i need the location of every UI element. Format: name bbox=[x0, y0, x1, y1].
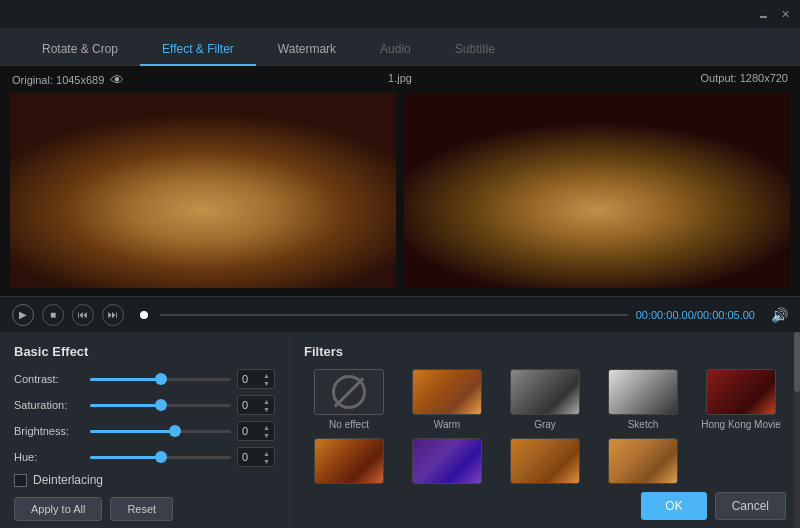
filter-no-effect-label: No effect bbox=[329, 419, 369, 430]
deinterlace-checkbox[interactable] bbox=[14, 474, 27, 487]
filter-row2a[interactable] bbox=[304, 438, 394, 488]
prev-button[interactable]: ⏮ bbox=[72, 304, 94, 326]
tab-bar: Rotate & Crop Effect & Filter Watermark … bbox=[0, 28, 800, 66]
deinterlace-label: Deinterlacing bbox=[33, 473, 103, 487]
stop-icon: ■ bbox=[50, 309, 56, 320]
filter-no-effect[interactable]: No effect bbox=[304, 369, 394, 430]
next-button[interactable]: ⏭ bbox=[102, 304, 124, 326]
apply-all-button[interactable]: Apply to All bbox=[14, 497, 102, 521]
eye-icon[interactable]: 👁 bbox=[110, 72, 124, 88]
saturation-slider[interactable] bbox=[90, 397, 231, 413]
tab-rotate[interactable]: Rotate & Crop bbox=[20, 34, 140, 66]
time-display: 00:00:00.00/00:00:05.00 bbox=[636, 309, 755, 321]
preview-area: Original: 1045x689 👁 1.jpg Output: 1280x… bbox=[0, 66, 800, 296]
filter-row2b[interactable] bbox=[402, 438, 492, 488]
filter-row2d[interactable] bbox=[598, 438, 688, 488]
no-effect-icon bbox=[332, 375, 366, 409]
filter-gray[interactable]: Gray bbox=[500, 369, 590, 430]
tab-effect[interactable]: Effect & Filter bbox=[140, 34, 256, 66]
saturation-row: Saturation: 0 ▲ ▼ bbox=[14, 395, 275, 415]
hue-slider[interactable] bbox=[90, 449, 231, 465]
reset-button[interactable]: Reset bbox=[110, 497, 173, 521]
contrast-down[interactable]: ▼ bbox=[263, 380, 270, 387]
current-time: 00:00:00.00 bbox=[636, 309, 694, 321]
controls-bar: ▶ ■ ⏮ ⏭ 00:00:00.00/00:00:05.00 🔊 bbox=[0, 296, 800, 332]
hue-value: 0 bbox=[242, 451, 248, 463]
tab-subtitle: Subtitle bbox=[433, 34, 517, 66]
play-button[interactable]: ▶ bbox=[12, 304, 34, 326]
filter-hk[interactable]: Hong Kong Movie bbox=[696, 369, 786, 430]
filter-row2a-thumb bbox=[314, 438, 384, 484]
close-button[interactable]: ✕ bbox=[778, 7, 792, 21]
output-resolution: Output: 1280x720 bbox=[701, 72, 788, 84]
contrast-slider[interactable] bbox=[90, 371, 231, 387]
original-resolution: Original: 1045x689 bbox=[12, 74, 104, 86]
stop-button[interactable]: ■ bbox=[42, 304, 64, 326]
saturation-spinner[interactable]: 0 ▲ ▼ bbox=[237, 395, 275, 415]
ok-button[interactable]: OK bbox=[641, 492, 706, 520]
volume-icon[interactable]: 🔊 bbox=[771, 307, 788, 323]
filter-row2b-thumb bbox=[412, 438, 482, 484]
filter-gray-label: Gray bbox=[534, 419, 556, 430]
filter-warm-thumb bbox=[412, 369, 482, 415]
filters-title: Filters bbox=[304, 344, 786, 359]
right-preview-image bbox=[404, 93, 790, 288]
brightness-spinner[interactable]: 0 ▲ ▼ bbox=[237, 421, 275, 441]
saturation-down[interactable]: ▼ bbox=[263, 406, 270, 413]
hue-label: Hue: bbox=[14, 451, 84, 463]
filter-grid: No effect Warm Gray Ske bbox=[304, 369, 786, 488]
filter-row2d-thumb bbox=[608, 438, 678, 484]
left-preview bbox=[10, 93, 396, 288]
brightness-slider[interactable] bbox=[90, 423, 231, 439]
preview-info: Original: 1045x689 👁 bbox=[12, 72, 124, 88]
main-content: Basic Effect Contrast: 0 ▲ ▼ Saturation: bbox=[0, 332, 800, 528]
progress-dot[interactable] bbox=[140, 311, 148, 319]
hue-row: Hue: 0 ▲ ▼ bbox=[14, 447, 275, 467]
total-time: 00:00:05.00 bbox=[697, 309, 755, 321]
tab-watermark[interactable]: Watermark bbox=[256, 34, 358, 66]
brightness-row: Brightness: 0 ▲ ▼ bbox=[14, 421, 275, 441]
contrast-row: Contrast: 0 ▲ ▼ bbox=[14, 369, 275, 389]
hue-spinner[interactable]: 0 ▲ ▼ bbox=[237, 447, 275, 467]
play-icon: ▶ bbox=[19, 309, 27, 320]
right-preview bbox=[404, 93, 790, 288]
filter-sketch[interactable]: Sketch bbox=[598, 369, 688, 430]
tab-audio: Audio bbox=[358, 34, 433, 66]
next-icon: ⏭ bbox=[108, 309, 118, 320]
saturation-value: 0 bbox=[242, 399, 248, 411]
left-preview-image bbox=[10, 93, 396, 288]
brightness-down[interactable]: ▼ bbox=[263, 432, 270, 439]
filter-no-effect-thumb bbox=[314, 369, 384, 415]
contrast-spinner[interactable]: 0 ▲ ▼ bbox=[237, 369, 275, 389]
filter-warm-label: Warm bbox=[434, 419, 460, 430]
contrast-label: Contrast: bbox=[14, 373, 84, 385]
filter-warm[interactable]: Warm bbox=[402, 369, 492, 430]
filename-label: 1.jpg bbox=[388, 72, 412, 84]
filter-row2c-thumb bbox=[510, 438, 580, 484]
brightness-label: Brightness: bbox=[14, 425, 84, 437]
bottom-buttons: Apply to All Reset bbox=[14, 497, 275, 521]
filter-sketch-thumb bbox=[608, 369, 678, 415]
scrollbar-thumb[interactable] bbox=[794, 332, 800, 392]
cancel-button[interactable]: Cancel bbox=[715, 492, 786, 520]
left-panel: Basic Effect Contrast: 0 ▲ ▼ Saturation: bbox=[0, 332, 290, 528]
filter-gray-thumb bbox=[510, 369, 580, 415]
minimize-button[interactable]: 🗕 bbox=[756, 7, 770, 21]
contrast-up[interactable]: ▲ bbox=[263, 372, 270, 379]
footer: OK Cancel bbox=[627, 484, 800, 528]
saturation-up[interactable]: ▲ bbox=[263, 398, 270, 405]
prev-icon: ⏮ bbox=[78, 309, 88, 320]
brightness-up[interactable]: ▲ bbox=[263, 424, 270, 431]
contrast-value: 0 bbox=[242, 373, 248, 385]
filter-sketch-label: Sketch bbox=[628, 419, 659, 430]
hue-down[interactable]: ▼ bbox=[263, 458, 270, 465]
progress-bar[interactable] bbox=[160, 314, 628, 316]
filter-hk-thumb bbox=[706, 369, 776, 415]
filter-row2c[interactable] bbox=[500, 438, 590, 488]
filter-hk-label: Hong Kong Movie bbox=[701, 419, 781, 430]
brightness-value: 0 bbox=[242, 425, 248, 437]
saturation-label: Saturation: bbox=[14, 399, 84, 411]
hue-up[interactable]: ▲ bbox=[263, 450, 270, 457]
basic-effect-title: Basic Effect bbox=[14, 344, 275, 359]
title-bar: 🗕 ✕ bbox=[0, 0, 800, 28]
